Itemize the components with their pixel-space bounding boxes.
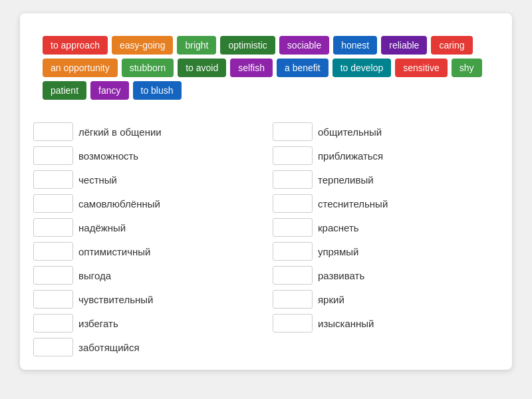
right-answer-box-1[interactable] — [273, 146, 313, 165]
main-container: to approacheasy-goingbrightoptimisticsoc… — [20, 13, 512, 370]
word-chip-11[interactable]: selfish — [230, 59, 273, 77]
right-match-label-5: упрямый — [318, 246, 358, 257]
left-match-label-1: возможность — [78, 150, 138, 162]
left-match-label-5: оптимистичный — [78, 246, 150, 257]
word-chip-1[interactable]: easy-going — [112, 36, 174, 55]
right-answer-box-0[interactable] — [273, 122, 313, 141]
right-match-label-3: стеснительный — [318, 198, 388, 209]
word-chip-16[interactable]: patient — [43, 81, 86, 100]
word-chip-12[interactable]: a benefit — [277, 59, 329, 77]
left-match-label-3: самовлюблённый — [78, 198, 160, 209]
left-match-row-5: оптимистичный — [33, 242, 259, 261]
left-match-row-6: выгода — [33, 266, 259, 285]
left-match-label-7: чувствительный — [78, 294, 153, 305]
left-match-label-6: выгода — [78, 270, 111, 281]
left-match-label-9: заботящийся — [78, 342, 140, 353]
word-chip-5[interactable]: honest — [333, 36, 377, 55]
word-chip-8[interactable]: an opportunity — [43, 59, 118, 77]
word-chip-9[interactable]: stubborn — [122, 59, 174, 77]
left-match-row-9: заботящийся — [33, 338, 259, 356]
left-match-row-8: избегать — [33, 314, 259, 332]
right-column: общительныйприближатьсятерпеливыйстеснит… — [273, 122, 499, 356]
right-answer-box-5[interactable] — [273, 242, 313, 261]
right-match-row-2: терпеливый — [273, 170, 499, 189]
right-match-row-8: изысканный — [273, 314, 499, 332]
left-match-row-0: лёгкий в общении — [33, 122, 259, 141]
left-column: лёгкий в общениивозможностьчестныйсамовл… — [33, 122, 259, 356]
right-match-row-0: общительный — [273, 122, 499, 141]
right-match-row-3: стеснительный — [273, 194, 499, 213]
right-match-row-6: развивать — [273, 266, 499, 285]
word-chip-18[interactable]: to blush — [133, 81, 182, 100]
right-match-label-0: общительный — [318, 126, 382, 138]
right-answer-box-2[interactable] — [273, 170, 313, 189]
word-chip-3[interactable]: optimistic — [220, 36, 275, 55]
left-answer-box-8[interactable] — [33, 314, 73, 332]
word-bank: to approacheasy-goingbrightoptimisticsoc… — [33, 27, 499, 109]
left-answer-box-6[interactable] — [33, 266, 73, 285]
left-answer-box-0[interactable] — [33, 122, 73, 141]
left-answer-box-2[interactable] — [33, 170, 73, 189]
word-chip-6[interactable]: reliable — [381, 36, 427, 55]
matching-section: лёгкий в общениивозможностьчестныйсамовл… — [33, 122, 499, 356]
right-match-label-7: яркий — [318, 294, 344, 305]
right-answer-box-4[interactable] — [273, 218, 313, 237]
right-match-label-4: краснеть — [318, 222, 359, 233]
left-match-label-2: честный — [78, 174, 117, 186]
left-answer-box-5[interactable] — [33, 242, 73, 261]
right-answer-box-3[interactable] — [273, 194, 313, 213]
word-chip-2[interactable]: bright — [177, 36, 216, 55]
left-match-row-1: возможность — [33, 146, 259, 165]
left-answer-box-4[interactable] — [33, 218, 73, 237]
word-chip-13[interactable]: to develop — [332, 59, 392, 77]
word-chip-0[interactable]: to approach — [43, 36, 108, 55]
left-answer-box-1[interactable] — [33, 146, 73, 165]
left-match-label-4: надёжный — [78, 222, 126, 233]
right-match-row-7: яркий — [273, 290, 499, 309]
left-answer-box-9[interactable] — [33, 338, 73, 356]
word-chip-17[interactable]: fancy — [90, 81, 128, 100]
word-chip-4[interactable]: sociable — [279, 36, 329, 55]
right-match-label-8: изысканный — [318, 318, 374, 329]
word-chip-7[interactable]: caring — [431, 36, 472, 55]
right-match-label-6: развивать — [318, 270, 364, 281]
left-match-row-4: надёжный — [33, 218, 259, 237]
left-match-label-0: лёгкий в общении — [78, 126, 162, 138]
right-match-label-2: терпеливый — [318, 174, 374, 186]
right-answer-box-7[interactable] — [273, 290, 313, 309]
left-match-row-3: самовлюблённый — [33, 194, 259, 213]
left-answer-box-3[interactable] — [33, 194, 73, 213]
word-chip-10[interactable]: to avoid — [178, 59, 226, 77]
right-answer-box-8[interactable] — [273, 314, 313, 332]
right-answer-box-6[interactable] — [273, 266, 313, 285]
right-match-row-4: краснеть — [273, 218, 499, 237]
right-match-row-5: упрямый — [273, 242, 499, 261]
left-match-row-7: чувствительный — [33, 290, 259, 309]
left-match-label-8: избегать — [78, 318, 118, 329]
right-match-row-1: приближаться — [273, 146, 499, 165]
left-match-row-2: честный — [33, 170, 259, 189]
word-chip-15[interactable]: shy — [452, 59, 482, 77]
right-match-label-1: приближаться — [318, 150, 383, 162]
word-chip-14[interactable]: sensitive — [395, 59, 447, 77]
left-answer-box-7[interactable] — [33, 290, 73, 309]
